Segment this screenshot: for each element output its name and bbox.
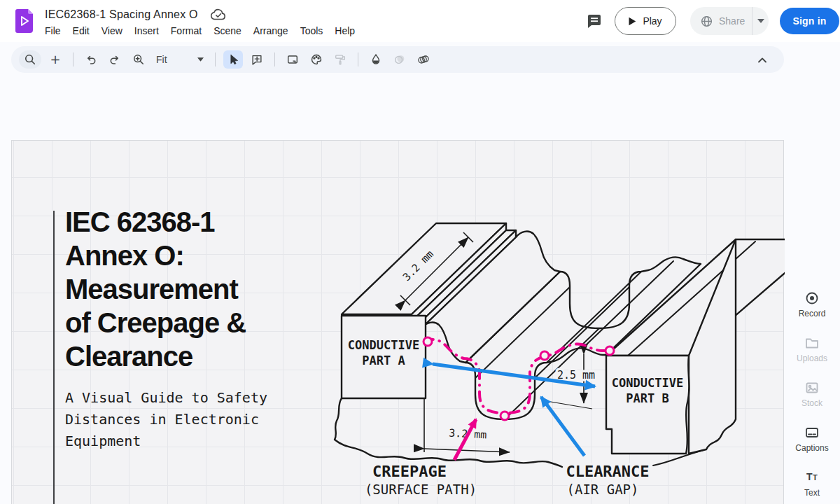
play-label: Play bbox=[643, 15, 662, 27]
add-comment-button[interactable] bbox=[247, 50, 267, 69]
rail-item-captions[interactable]: Captions bbox=[784, 425, 840, 453]
globe-icon bbox=[700, 15, 713, 28]
media-rail: Record Uploads Stock Captions T T Text bbox=[784, 290, 840, 498]
redo-icon bbox=[108, 53, 121, 66]
paint-roller-icon bbox=[334, 53, 346, 66]
format-paint-button[interactable] bbox=[330, 50, 350, 69]
rail-label: Stock bbox=[802, 398, 822, 408]
toolbar-divider bbox=[73, 52, 74, 66]
menu-edit[interactable]: Edit bbox=[73, 25, 90, 36]
menu-file[interactable]: File bbox=[45, 25, 61, 36]
clearance-sublabel: (AIR GAP) bbox=[567, 482, 639, 497]
sign-in-button[interactable]: Sign in bbox=[780, 8, 839, 34]
part-a-label: CONDUCTIVE bbox=[348, 338, 419, 352]
rail-label: Text bbox=[804, 488, 820, 498]
caret-down-icon bbox=[757, 19, 764, 23]
zoom-fit-dropdown[interactable]: Fit bbox=[153, 54, 206, 65]
rail-label: Captions bbox=[795, 443, 828, 453]
record-icon bbox=[804, 290, 820, 306]
plus-icon: + bbox=[50, 53, 60, 66]
menu-tools[interactable]: Tools bbox=[300, 25, 323, 36]
text-icon: T T bbox=[804, 470, 820, 485]
select-tool-button[interactable] bbox=[223, 50, 243, 69]
folder-icon bbox=[804, 335, 820, 351]
palette-icon bbox=[310, 53, 323, 66]
toolbar-divider bbox=[274, 52, 275, 66]
undo-button[interactable] bbox=[81, 50, 101, 69]
chevron-up-icon bbox=[757, 57, 767, 63]
creepage-label: CREEPAGE bbox=[372, 463, 447, 480]
part-b-label: CONDUCTIVE bbox=[612, 376, 683, 390]
play-button[interactable]: Play bbox=[615, 7, 676, 35]
menu-scene[interactable]: Scene bbox=[214, 25, 241, 36]
menu-format[interactable]: Format bbox=[171, 25, 202, 36]
zoom-in-icon bbox=[132, 53, 145, 66]
scene-canvas[interactable]: IEC 62368-1 Annex O: Measurement of Cree… bbox=[11, 140, 784, 504]
sign-in-label: Sign in bbox=[792, 15, 826, 27]
menu-bar: File Edit View Insert Format Scene Arran… bbox=[45, 25, 355, 36]
creepage-node bbox=[424, 337, 432, 346]
menu-insert[interactable]: Insert bbox=[134, 25, 159, 36]
frame-icon bbox=[286, 53, 299, 66]
opacity-circle-icon bbox=[393, 53, 406, 66]
app-header: IEC62368-1 Spacing Annex O File Edit Vie… bbox=[0, 0, 840, 42]
search-icon bbox=[24, 53, 36, 66]
effects-button[interactable] bbox=[414, 50, 433, 69]
menu-arrange[interactable]: Arrange bbox=[253, 25, 288, 36]
opacity-button[interactable] bbox=[390, 50, 410, 69]
cursor-icon bbox=[227, 53, 239, 66]
add-scene-button[interactable]: + bbox=[46, 50, 65, 69]
toolbar-divider bbox=[215, 52, 216, 66]
collapse-toolbar-button[interactable] bbox=[752, 50, 772, 69]
redo-button[interactable] bbox=[105, 50, 125, 69]
part-b-label: PART B bbox=[626, 391, 668, 405]
play-triangle-icon bbox=[629, 17, 636, 26]
rings-icon bbox=[417, 53, 430, 66]
toolbar: + Fit bbox=[11, 46, 784, 73]
cloud-saved-icon[interactable] bbox=[211, 8, 226, 21]
creepage-clearance-diagram[interactable]: CONDUCTIVE PART A CONDUCTIVE PART B 3.2 … bbox=[12, 141, 785, 504]
stock-image-icon bbox=[804, 380, 820, 396]
menu-view[interactable]: View bbox=[102, 25, 122, 36]
document-title[interactable]: IEC62368-1 Spacing Annex O bbox=[45, 8, 198, 21]
creepage-node bbox=[540, 351, 549, 360]
frame-button[interactable] bbox=[283, 50, 302, 69]
add-comment-icon bbox=[251, 53, 263, 66]
caret-down-icon bbox=[197, 57, 204, 62]
rail-label: Uploads bbox=[797, 354, 827, 363]
rail-label: Record bbox=[799, 309, 826, 318]
rail-item-record[interactable]: Record bbox=[784, 290, 840, 318]
rail-item-stock[interactable]: Stock bbox=[784, 380, 840, 408]
zoom-fit-label: Fit bbox=[156, 54, 167, 65]
share-dropdown[interactable] bbox=[752, 7, 769, 35]
undo-icon bbox=[85, 53, 97, 66]
creepage-sublabel: (SURFACE PATH) bbox=[365, 482, 477, 497]
clearance-label: CLEARANCE bbox=[566, 463, 649, 480]
zoom-in-button[interactable] bbox=[129, 50, 148, 69]
search-tool-button[interactable] bbox=[19, 50, 41, 69]
creepage-node bbox=[606, 346, 614, 355]
rail-item-uploads[interactable]: Uploads bbox=[784, 335, 840, 363]
share-label: Share bbox=[719, 15, 745, 27]
svg-text:T: T bbox=[813, 473, 818, 482]
droplet-icon bbox=[370, 53, 382, 66]
comment-history-icon[interactable] bbox=[585, 13, 602, 29]
palette-button[interactable] bbox=[307, 50, 326, 69]
toolbar-divider bbox=[358, 52, 358, 66]
part-a-label: PART A bbox=[362, 354, 405, 368]
rail-item-text[interactable]: T T Text bbox=[784, 470, 840, 498]
share-main[interactable]: Share bbox=[690, 7, 752, 35]
captions-icon bbox=[804, 425, 820, 440]
share-button[interactable]: Share bbox=[690, 7, 769, 35]
creepage-node bbox=[500, 412, 509, 420]
dimension-gap-label: 2.5 mm bbox=[557, 369, 595, 382]
svg-text:T: T bbox=[806, 471, 813, 482]
shadow-button[interactable] bbox=[366, 50, 386, 69]
menu-help[interactable]: Help bbox=[335, 25, 355, 36]
vids-logo-icon[interactable] bbox=[15, 9, 33, 33]
